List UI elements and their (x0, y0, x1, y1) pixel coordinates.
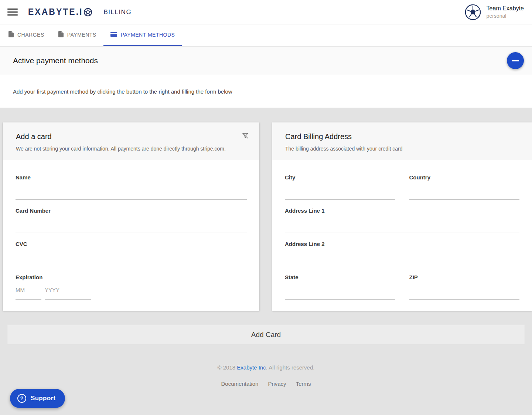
account-area: Team Exabyte personal (464, 4, 524, 21)
add-card-button[interactable]: Add Card (7, 325, 525, 344)
city-label: City (285, 174, 395, 180)
section-title: Active payment methods (13, 56, 98, 65)
zip-label: ZIP (409, 274, 520, 280)
tab-label: PAYMENT METHODS (121, 32, 175, 38)
terms-link[interactable]: Terms (296, 381, 311, 387)
brand-logo: EXABYTE.I (28, 7, 92, 17)
document-icon (8, 31, 14, 38)
tab-label: CHARGES (17, 32, 44, 38)
address-line1-input[interactable] (285, 214, 519, 233)
team-info: Team Exabyte personal (487, 5, 524, 19)
name-field: Name (16, 174, 247, 200)
minus-icon (512, 60, 519, 61)
copyright: © 2018 Exabyte Inc. All rights reserved. (0, 364, 532, 371)
payment-forms-area: Add a card We are not storing your card … (0, 108, 532, 415)
zip-field: ZIP (409, 274, 520, 300)
state-zip-row: State ZIP (285, 274, 519, 300)
address-line1-field: Address Line 1 (285, 208, 519, 233)
team-avatar[interactable] (464, 4, 481, 21)
cvc-input[interactable] (16, 247, 62, 266)
state-field: State (285, 274, 395, 300)
expiration-field: Expiration (16, 274, 247, 300)
documentation-link[interactable]: Documentation (221, 381, 259, 387)
zip-input[interactable] (409, 280, 520, 300)
cvc-label: CVC (16, 241, 247, 247)
form-cards: Add a card We are not storing your card … (3, 122, 532, 311)
state-label: State (285, 274, 395, 280)
name-label: Name (16, 174, 247, 180)
city-field: City (285, 174, 395, 200)
billing-address-title: Card Billing Address (285, 132, 519, 141)
empty-state-hint: Add your first payment method by clickin… (0, 75, 532, 108)
expiration-inputs (16, 280, 247, 300)
billing-tabs: CHARGES PAYMENTS PAYMENT METHODS (0, 24, 532, 47)
page-title: BILLING (103, 9, 132, 16)
clear-form-icon[interactable] (242, 132, 249, 141)
expiration-month-input[interactable] (16, 280, 41, 300)
menu-icon[interactable] (7, 7, 18, 17)
add-card-subtitle: We are not storing your card information… (16, 146, 246, 152)
billing-address-header: Card Billing Address The billing address… (272, 122, 532, 160)
empty-state-text: Add your first payment method by clickin… (13, 88, 232, 95)
copyright-prefix: © 2018 (218, 364, 237, 371)
tab-payment-methods[interactable]: PAYMENT METHODS (103, 24, 182, 46)
copyright-suffix: . All rights reserved. (266, 364, 315, 371)
name-input[interactable] (16, 180, 247, 200)
credit-card-icon (110, 32, 117, 38)
collapse-section-button[interactable] (507, 52, 524, 69)
billing-address-body: City Country Address Line 1 Address Line… (272, 160, 532, 311)
tab-label: PAYMENTS (67, 32, 96, 38)
team-type: personal (487, 13, 524, 19)
address-line2-field: Address Line 2 (285, 241, 519, 266)
expiration-label: Expiration (16, 274, 247, 280)
logo-sphere-icon (83, 8, 92, 17)
card-number-field: Card Number (16, 208, 247, 233)
tab-charges[interactable]: CHARGES (1, 24, 51, 46)
country-input[interactable] (409, 180, 520, 200)
privacy-link[interactable]: Privacy (268, 381, 286, 387)
expiration-year-input[interactable] (45, 280, 91, 300)
active-payment-methods-header: Active payment methods (0, 47, 532, 75)
help-icon: ? (17, 394, 26, 403)
card-number-label: Card Number (16, 208, 247, 214)
add-card-title: Add a card (16, 132, 246, 141)
document-icon (58, 31, 64, 38)
add-card-header: Add a card We are not storing your card … (3, 122, 259, 160)
address-line1-label: Address Line 1 (285, 208, 519, 214)
add-card-panel: Add a card We are not storing your card … (3, 122, 259, 311)
cvc-field: CVC (16, 241, 247, 266)
address-line2-label: Address Line 2 (285, 241, 519, 247)
state-input[interactable] (285, 280, 395, 300)
team-name: Team Exabyte (487, 5, 524, 12)
top-bar: EXABYTE.I BILLING (0, 0, 532, 24)
footer-links: Documentation Privacy Terms (0, 381, 532, 387)
card-number-input[interactable] (16, 214, 247, 233)
brand-text: EXABYTE.I (28, 7, 83, 17)
support-button[interactable]: ? Support (10, 389, 65, 408)
city-input[interactable] (285, 180, 395, 200)
city-country-row: City Country (285, 174, 519, 208)
country-field: Country (409, 174, 520, 200)
billing-address-panel: Card Billing Address The billing address… (272, 122, 532, 311)
support-label: Support (31, 395, 55, 402)
tab-payments[interactable]: PAYMENTS (51, 24, 103, 46)
company-link[interactable]: Exabyte Inc (237, 364, 266, 371)
add-card-body: Name Card Number CVC Expiration (3, 160, 259, 311)
address-line2-input[interactable] (285, 247, 519, 266)
country-label: Country (409, 174, 520, 180)
billing-address-subtitle: The billing address associated with your… (285, 146, 519, 152)
